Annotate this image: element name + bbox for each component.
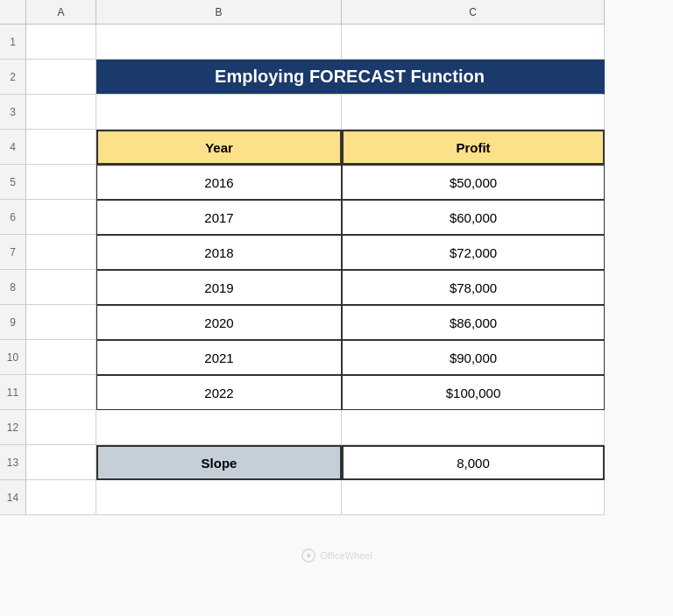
cell-a11[interactable]: [26, 375, 96, 410]
row-3: 3: [0, 95, 26, 130]
grid-row-13: Slope 8,000: [26, 445, 673, 480]
row-5: 5: [0, 165, 26, 200]
grid-row-6: 2017 $60,000: [26, 200, 673, 235]
cell-year-2022[interactable]: 2022: [96, 375, 342, 410]
grid-row-14: [26, 480, 673, 515]
spreadsheet-title: Employing FORECAST Function: [96, 60, 603, 94]
row-1: 1: [0, 25, 26, 60]
cell-a6[interactable]: [26, 200, 96, 235]
cell-year-2017[interactable]: 2017: [96, 200, 342, 235]
row-13: 13: [0, 445, 26, 480]
cell-a9[interactable]: [26, 305, 96, 340]
cell-profit-2017[interactable]: $60,000: [342, 200, 605, 235]
grid-row-9: 2020 $86,000: [26, 305, 673, 340]
cell-year-2019[interactable]: 2019: [96, 270, 342, 305]
slope-value[interactable]: 8,000: [342, 445, 605, 480]
corner-cell: [0, 0, 26, 25]
cell-year-2020[interactable]: 2020: [96, 305, 342, 340]
cell-year-2018[interactable]: 2018: [96, 235, 342, 270]
cell-a8[interactable]: [26, 270, 96, 305]
grid-row-8: 2019 $78,000: [26, 270, 673, 305]
row-14: 14: [0, 480, 26, 515]
slope-label[interactable]: Slope: [96, 445, 342, 480]
col-header-b[interactable]: B: [96, 0, 342, 25]
cell-a7[interactable]: [26, 235, 96, 270]
cell-profit-2021[interactable]: $90,000: [342, 340, 605, 375]
cell-b14[interactable]: [96, 480, 342, 515]
cell-a5[interactable]: [26, 165, 96, 200]
cell-a3[interactable]: [26, 95, 96, 130]
cell-a14[interactable]: [26, 480, 96, 515]
grid-row-2: Employing FORECAST Function: [26, 60, 673, 95]
row-9: 9: [0, 305, 26, 340]
cell-year-2016[interactable]: 2016: [96, 165, 342, 200]
cell-profit-2020[interactable]: $86,000: [342, 305, 605, 340]
grid-row-11: 2022 $100,000: [26, 375, 673, 410]
col-header-a[interactable]: A: [26, 0, 96, 25]
cell-a4[interactable]: [26, 130, 96, 165]
cell-c3[interactable]: [342, 95, 605, 130]
row-numbers: 1 2 3 4 5 6 7 8 9 10 11 12 13 14: [0, 0, 26, 616]
cell-b3[interactable]: [96, 95, 342, 130]
column-headers: A B C: [26, 0, 673, 25]
cell-a10[interactable]: [26, 340, 96, 375]
table-header-profit[interactable]: Profit: [342, 130, 605, 165]
grid-row-4: Year Profit: [26, 130, 673, 165]
grid-row-3: [26, 95, 673, 130]
cell-c12[interactable]: [342, 410, 605, 445]
row-7: 7: [0, 235, 26, 270]
title-cell[interactable]: Employing FORECAST Function: [96, 60, 605, 95]
row-11: 11: [0, 375, 26, 410]
cell-profit-2019[interactable]: $78,000: [342, 270, 605, 305]
cell-profit-2016[interactable]: $50,000: [342, 165, 605, 200]
grid-row-7: 2018 $72,000: [26, 235, 673, 270]
grid-row-1: [26, 25, 673, 60]
row-10: 10: [0, 340, 26, 375]
cell-a13[interactable]: [26, 445, 96, 480]
grid-row-12: [26, 410, 673, 445]
row-2: 2: [0, 60, 26, 95]
table-header-year[interactable]: Year: [96, 130, 342, 165]
cell-a2[interactable]: [26, 60, 96, 95]
cell-a1[interactable]: [26, 25, 96, 60]
cell-c14[interactable]: [342, 480, 605, 515]
row-6: 6: [0, 200, 26, 235]
cell-b1[interactable]: [96, 25, 342, 60]
cell-b12[interactable]: [96, 410, 342, 445]
grid-row-10: 2021 $90,000: [26, 340, 673, 375]
col-header-c[interactable]: C: [342, 0, 605, 25]
cell-a12[interactable]: [26, 410, 96, 445]
cell-c1[interactable]: [342, 25, 605, 60]
cell-profit-2018[interactable]: $72,000: [342, 235, 605, 270]
cell-profit-2022[interactable]: $100,000: [342, 375, 605, 410]
row-4: 4: [0, 130, 26, 165]
spreadsheet: A B C Employing FORECAST Function Year P…: [26, 0, 673, 616]
row-8: 8: [0, 270, 26, 305]
cell-year-2021[interactable]: 2021: [96, 340, 342, 375]
grid-row-5: 2016 $50,000: [26, 165, 673, 200]
row-12: 12: [0, 410, 26, 445]
